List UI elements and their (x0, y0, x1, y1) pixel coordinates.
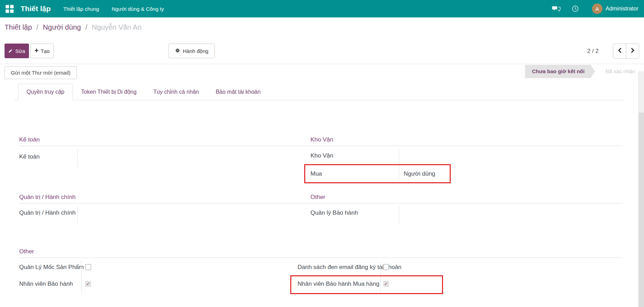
checkbox-product-milestone[interactable] (85, 264, 91, 270)
field-label-warranty-employee: Nhân viên Bảo hành (19, 281, 73, 287)
breadcrumb-separator: / (85, 23, 88, 31)
send-invitation-button[interactable]: Gửi một Thư mời (email) (5, 66, 77, 79)
action-button-label: Hành động (183, 48, 208, 54)
statusbar-stage-never-connected[interactable]: Chưa bao giờ kết nối (525, 65, 595, 78)
tab-access-rights[interactable]: Quyền truy cập (18, 84, 73, 100)
breadcrumb: Thiết lập / Người dùng / Nguyễn Văn An (5, 23, 142, 31)
create-button-label: Tạo (40, 48, 50, 54)
app-name[interactable]: Thiết lập (21, 5, 51, 13)
tab-mobile-device-token[interactable]: Token Thiết bị Di động (73, 84, 145, 100)
section-title-inventory: Kho Vận (310, 136, 623, 146)
plus-icon: + (35, 47, 39, 54)
chevron-left-icon (617, 47, 622, 55)
field-label-warranty-purchase-employee: Nhân viên Bảo hành Mua hàng (298, 281, 379, 287)
top-navbar: Thiết lập Thiết lập chung Người dùng & C… (0, 0, 644, 17)
section-title-accounting: Kế toán (19, 136, 310, 146)
field-separator (380, 261, 381, 293)
navbar-right: A Administrator (552, 3, 638, 14)
field-label-warranty-manager: Quản lý Bảo hành (310, 209, 358, 216)
clock-icon[interactable] (572, 5, 579, 12)
pager-previous-button[interactable] (613, 44, 626, 58)
field-value-purchase[interactable]: Người dùng (404, 170, 435, 177)
vertical-scrollbar-thumb[interactable] (639, 113, 644, 307)
field-label-inventory: Kho Vận (310, 152, 333, 159)
odoo-settings-user-form: Thiết lập Thiết lập chung Người dùng & C… (0, 0, 644, 307)
control-panel-divider (0, 64, 644, 64)
section-title-other-right: Other (310, 194, 623, 204)
breadcrumb-users[interactable]: Người dùng (43, 23, 81, 31)
section-title-other-bottom: Other (19, 248, 623, 258)
field-separator (77, 206, 78, 224)
action-button[interactable]: Hành động (169, 44, 215, 58)
breadcrumb-settings[interactable]: Thiết lập (5, 23, 32, 31)
field-label-product-milestone: Quản Lý Mốc Sản Phẩm (19, 264, 84, 271)
edit-button-label: Sửa (15, 48, 25, 54)
avatar[interactable]: A (592, 3, 602, 14)
pencil-icon (8, 48, 13, 54)
field-separator (77, 149, 78, 167)
gear-icon (175, 48, 180, 54)
checkbox-warranty-purchase-employee[interactable] (383, 281, 389, 287)
user-menu[interactable]: Administrator (606, 6, 638, 12)
apps-menu-icon[interactable] (6, 5, 14, 13)
field-label-administration: Quản trị / Hành chính (19, 209, 76, 216)
field-separator (399, 206, 399, 224)
chat-icon[interactable] (552, 6, 561, 12)
create-button[interactable]: + Tạo (30, 44, 54, 58)
field-label-accounting: Kế toán (19, 153, 40, 160)
field-separator (399, 148, 399, 184)
section-title-administration: Quản trị / Hành chính (19, 194, 310, 204)
checkbox-email-blacklist[interactable] (383, 264, 389, 270)
pager-next-button[interactable] (626, 44, 639, 58)
statusbar-stage-confirmed[interactable]: Đã xác nhận (606, 65, 635, 78)
notebook-tabs: Quyền truy cập Token Thiết bị Di động Tù… (14, 84, 624, 100)
tab-preferences[interactable]: Tùy chỉnh cá nhân (145, 84, 207, 100)
nav-menu-users-companies[interactable]: Người dùng & Công ty (112, 6, 164, 12)
nav-menu-general-settings[interactable]: Thiết lập chung (63, 6, 99, 12)
pager-counter: 2 / 2 (587, 44, 599, 59)
field-separator (81, 261, 82, 293)
breadcrumb-separator: / (36, 23, 38, 31)
chevron-right-icon (630, 47, 635, 55)
field-label-purchase: Mua (310, 170, 322, 177)
edit-button[interactable]: Sửa (5, 44, 29, 58)
pager (613, 44, 639, 59)
tab-account-security[interactable]: Bảo mật tài khoản (207, 84, 269, 100)
checkbox-warranty-employee[interactable] (85, 281, 91, 287)
breadcrumb-current: Nguyễn Văn An (92, 23, 141, 31)
